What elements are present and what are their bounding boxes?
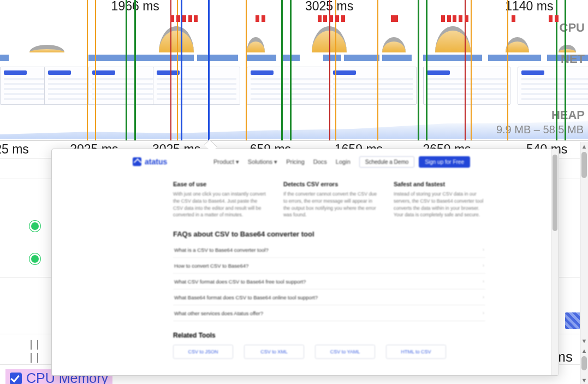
popup-scrollbar[interactable] xyxy=(551,149,559,375)
brand-logo[interactable]: atatus xyxy=(133,157,167,166)
cpu-lane xyxy=(0,14,588,52)
timeline-marker-blue xyxy=(208,0,210,140)
timeline-marker-orange xyxy=(377,0,378,140)
long-task-tick xyxy=(329,15,333,22)
cpu-activity-blob xyxy=(29,45,65,52)
screenshot-preview-popup: atatus Product ▾Solutions ▾PricingDocsLo… xyxy=(51,149,559,376)
marker-dot[interactable] xyxy=(29,221,40,232)
timeline-marker-green xyxy=(126,0,127,140)
scroll-up-icon[interactable]: ▲ xyxy=(580,142,588,150)
faq-heading: FAQs about CSV to Base64 converter tool xyxy=(173,230,314,238)
filmstrip-lane xyxy=(0,66,588,107)
scrollbar-thumb[interactable] xyxy=(581,152,587,178)
chevron-right-icon: › xyxy=(483,279,484,285)
long-task-tick xyxy=(465,15,468,22)
long-task-tick xyxy=(194,15,198,22)
faq-item[interactable]: What is a CSV to Base64 converter tool?› xyxy=(173,242,485,258)
timeline-marker-orange xyxy=(95,0,96,140)
long-task-tick xyxy=(188,15,192,22)
feature-title: Detects CSV errors xyxy=(283,181,377,187)
faq-question: What other services does Atatus offer? xyxy=(174,310,263,316)
vertical-scrollbar[interactable]: ▲ ▼ ▲ ▼ xyxy=(580,142,588,384)
timeline-marker-green xyxy=(290,0,292,140)
filmstrip-frame[interactable] xyxy=(153,67,240,105)
long-task-tick xyxy=(335,15,339,22)
scroll-down-icon[interactable]: ▼ xyxy=(580,376,588,384)
long-task-tick xyxy=(555,15,559,22)
feature-card: Ease of useWith just one click you can i… xyxy=(173,181,267,218)
long-task-tick xyxy=(256,15,259,22)
marker-dot[interactable] xyxy=(29,253,40,264)
faq-item[interactable]: What other services does Atatus offer?› xyxy=(173,305,485,321)
bar-glyph xyxy=(31,340,38,350)
net-request-bar xyxy=(423,55,482,61)
scrollbar-thumb[interactable] xyxy=(581,356,587,370)
timeline-marker-green xyxy=(565,0,566,140)
long-task-tick xyxy=(394,15,398,22)
nav-link[interactable]: Docs xyxy=(313,158,327,165)
timestamp-label: 1140 ms xyxy=(505,0,553,14)
long-task-tick xyxy=(453,15,456,22)
faq-question: How to convert CSV to Base64? xyxy=(174,263,248,269)
long-task-tick xyxy=(512,15,515,22)
cpu-activity-blob xyxy=(559,45,576,52)
cpu-activity-blob xyxy=(382,37,406,52)
nav-link[interactable]: Product ▾ xyxy=(213,158,239,165)
timeline-overview[interactable]: 1966 ms3025 ms1140 ms CPU NET HEAP 9.9 M… xyxy=(0,0,588,141)
faq-question: What Base64 format does CSV to Base64 on… xyxy=(174,294,318,300)
faq-item[interactable]: What CSV format does CSV to Base64 free … xyxy=(173,274,485,290)
feature-title: Safest and fastest xyxy=(394,181,488,187)
long-task-tick xyxy=(176,15,180,22)
feature-card: Detects CSV errorsIf the converter canno… xyxy=(283,181,377,218)
filmstrip-frame[interactable] xyxy=(423,67,510,105)
related-tool-button[interactable]: HTML to CSV xyxy=(386,345,446,359)
long-task-tick xyxy=(341,15,345,22)
chevron-right-icon: › xyxy=(483,263,484,269)
net-request-bar xyxy=(0,55,9,61)
nav-link[interactable]: Pricing xyxy=(286,158,305,165)
scroll-down-icon[interactable]: ▼ xyxy=(580,336,588,345)
feature-row: Ease of useWith just one click you can i… xyxy=(173,181,529,218)
cpu-activity-blob xyxy=(159,26,194,52)
brand-name: atatus xyxy=(145,157,167,166)
faq-item[interactable]: How to convert CSV to Base64?› xyxy=(173,258,485,274)
long-task-tick xyxy=(318,15,322,22)
cpu-lane-label: CPU xyxy=(560,21,585,35)
long-task-tick xyxy=(182,15,186,22)
checkbox-icon[interactable] xyxy=(10,373,22,385)
long-task-tick xyxy=(323,15,327,22)
related-heading: Related Tools xyxy=(173,332,216,339)
net-lane xyxy=(0,52,588,62)
scrollbar-thumb[interactable] xyxy=(553,155,557,231)
cta-outline-button[interactable]: Schedule a Demo xyxy=(359,156,415,168)
net-request-bar xyxy=(323,55,341,61)
feature-title: Ease of use xyxy=(173,181,267,187)
nav-link[interactable]: Solutions ▾ xyxy=(248,158,277,165)
cpu-activity-blob xyxy=(247,37,264,52)
related-tool-button[interactable]: CSV to YAML xyxy=(315,345,375,359)
long-task-tick xyxy=(459,15,462,22)
filmstrip-frame[interactable] xyxy=(518,67,588,105)
related-tool-button[interactable]: CSV to JSON xyxy=(173,345,233,359)
chevron-right-icon: › xyxy=(483,247,484,253)
page-capture: atatus Product ▾Solutions ▾PricingDocsLo… xyxy=(52,149,551,375)
cta-primary-button[interactable]: Sign up for Free xyxy=(419,156,470,168)
long-task-tick xyxy=(262,15,265,22)
scroll-up-icon[interactable]: ▲ xyxy=(580,346,588,355)
faq-item[interactable]: What Base64 format does CSV to Base64 on… xyxy=(173,290,485,305)
chevron-right-icon: › xyxy=(483,294,484,300)
long-task-tick xyxy=(549,15,553,22)
faq-question: What is a CSV to Base64 converter tool? xyxy=(174,247,269,253)
long-task-tick xyxy=(170,15,174,22)
net-request-bar xyxy=(382,55,412,61)
timeline-marker-green xyxy=(426,0,427,140)
filmstrip-frame[interactable] xyxy=(329,67,417,105)
nav-link[interactable]: Login xyxy=(336,158,351,165)
related-tools-row: CSV to JSONCSV to XMLCSV to YAMLHTML to … xyxy=(173,345,446,359)
related-tool-button[interactable]: CSV to XML xyxy=(244,345,304,359)
feature-body: If the converter cannot convert the CSV … xyxy=(283,191,377,218)
timeline-marker-green xyxy=(418,0,419,140)
chevron-right-icon: › xyxy=(483,310,484,316)
net-request-bar xyxy=(247,55,276,61)
faq-list: What is a CSV to Base64 converter tool?›… xyxy=(173,242,485,321)
